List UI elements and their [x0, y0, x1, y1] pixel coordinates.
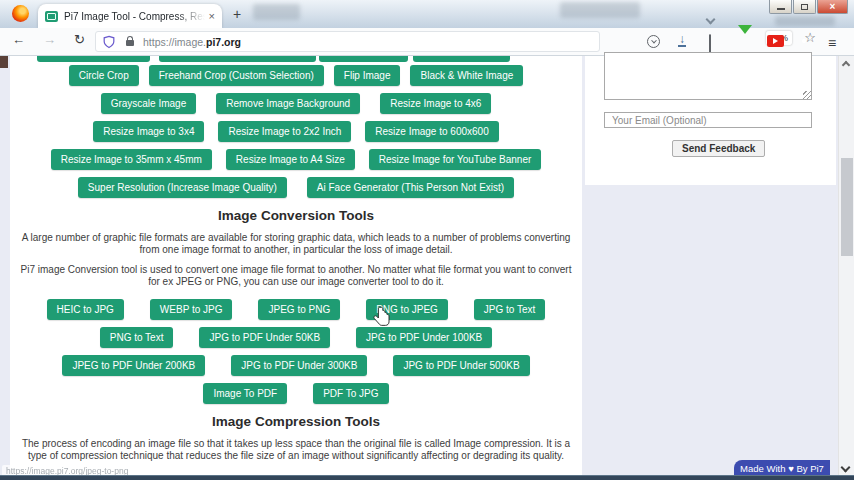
tool-button[interactable]: Resize Image to A4 Size	[226, 149, 355, 170]
scrollbar-thumb[interactable]	[841, 158, 853, 256]
tool-button[interactable]: Super Resolution (Increase Image Quality…	[78, 177, 287, 198]
arrow-head	[738, 25, 752, 51]
feedback-textarea[interactable]	[604, 52, 812, 100]
feedback-panel: Send Feedback	[585, 56, 836, 185]
scroll-up-icon[interactable]	[842, 61, 850, 69]
conversion-paragraph-1: A large number of graphic file formats a…	[20, 232, 572, 255]
conversion-button[interactable]: JPG to PDF Under 50KB	[199, 327, 330, 348]
chevron-down-icon	[706, 15, 716, 25]
hamburger-menu-icon[interactable]: ≡	[828, 36, 836, 50]
address-bar[interactable]: https://image.pi7.org	[95, 31, 600, 52]
new-tab-button[interactable]: +	[233, 6, 241, 22]
conversion-button[interactable]: Image To PDF	[203, 383, 287, 404]
tool-button[interactable]: Resize Image to 3x4	[93, 121, 204, 142]
download-icon[interactable]: ↓	[678, 34, 686, 47]
tool-button-row: Grayscale ImageRemove Image BackgroundRe…	[10, 93, 582, 114]
conversion-button-row: JPEG to PDF Under 200KBJPG to PDF Under …	[10, 355, 582, 376]
conversion-button-row: HEIC to JPGWEBP to JPGJPEG to PNGPNG to …	[10, 299, 582, 320]
youtube-play	[767, 35, 784, 47]
titlebar-artifact	[560, 2, 640, 18]
url-domain: pi7.org	[206, 36, 241, 48]
tool-button[interactable]: Remove Image Background	[216, 93, 360, 114]
tab-favicon-icon	[45, 11, 58, 22]
window-controls: ×	[768, 0, 848, 14]
back-button[interactable]: ←	[12, 32, 25, 47]
conversion-button[interactable]: JPG to PDF Under 500KB	[393, 355, 529, 376]
conversion-button[interactable]: PDF To JPG	[313, 383, 388, 404]
browser-tab[interactable]: Pi7 Image Tool - Compress, Res ×	[38, 4, 222, 28]
tab-close-icon[interactable]: ×	[209, 10, 215, 22]
conversion-button[interactable]: HEIC to JPG	[47, 299, 124, 320]
minimize-icon	[777, 8, 785, 10]
lock-icon[interactable]	[126, 40, 134, 46]
conversion-paragraph-2: Pi7 image Conversion tool is used to con…	[20, 264, 572, 287]
conversion-heading: Image Conversion Tools	[10, 208, 582, 223]
conversion-button[interactable]: JPG to PDF Under 300KB	[231, 355, 367, 376]
conversion-button[interactable]: JPG to Text	[474, 299, 546, 320]
firefox-logo-icon	[12, 5, 29, 22]
downloader-arrow-icon[interactable]	[738, 34, 752, 52]
tool-button-row: Circle CropFreehand Crop (Custom Selecti…	[10, 65, 582, 86]
close-icon: ×	[830, 2, 836, 12]
youtube-icon[interactable]	[767, 35, 784, 47]
tool-button[interactable]: Resize Image to 4x6	[380, 93, 491, 114]
conversion-button-row: PNG to TextJPG to PDF Under 50KBJPG to P…	[10, 327, 582, 348]
tab-title: Pi7 Image Tool - Compress, Res	[64, 11, 205, 22]
bookmark-star-icon[interactable]: ☆	[804, 30, 816, 45]
minimize-button[interactable]	[769, 0, 792, 14]
mouse-cursor-icon	[372, 306, 393, 330]
cropped-tool-button[interactable]	[319, 56, 408, 62]
url-text[interactable]: https://image.pi7.org	[143, 36, 241, 48]
conversion-buttons: HEIC to JPGWEBP to JPGJPEG to PNGPNG to …	[10, 299, 582, 404]
email-field[interactable]	[604, 112, 812, 128]
close-button[interactable]: ×	[817, 0, 848, 14]
tool-button-row: Resize Image to 35mm x 45mmResize Image …	[10, 149, 582, 170]
extension-icon[interactable]	[709, 35, 711, 53]
tool-button[interactable]: Resize Image for YouTube Banner	[369, 149, 542, 170]
edge-artifact	[0, 56, 8, 68]
forward-button[interactable]: →	[43, 32, 56, 47]
textarea-resize-handle-icon[interactable]	[803, 91, 811, 99]
tool-button-row: Super Resolution (Increase Image Quality…	[10, 177, 582, 198]
conversion-button[interactable]: PNG to Text	[100, 327, 174, 348]
pocket-icon[interactable]	[647, 35, 660, 48]
compression-heading: Image Compression Tools	[10, 414, 582, 429]
tool-button[interactable]: Circle Crop	[69, 65, 139, 86]
tool-button[interactable]: Freehand Crop (Custom Selection)	[149, 65, 324, 86]
cropped-tool-button[interactable]	[159, 56, 316, 62]
extension-square	[709, 34, 711, 53]
titlebar-artifact	[253, 4, 300, 20]
cropped-tool-button[interactable]	[37, 56, 150, 62]
send-feedback-button[interactable]: Send Feedback	[672, 140, 765, 157]
conversion-button[interactable]: JPEG to PNG	[258, 299, 340, 320]
compression-paragraph: The process of encoding an image file so…	[20, 438, 572, 461]
cropped-tool-button[interactable]	[413, 56, 510, 62]
url-prefix: https://image.	[143, 36, 206, 48]
tool-button[interactable]: Resize Image to 35mm x 45mm	[51, 149, 212, 170]
page-scrollbar[interactable]	[838, 56, 854, 475]
conversion-button-row: Image To PDFPDF To JPG	[10, 383, 582, 404]
reload-button[interactable]: ↻	[74, 32, 85, 47]
restore-button[interactable]	[793, 0, 816, 14]
conversion-button[interactable]: JPEG to PDF Under 200KB	[62, 355, 205, 376]
restore-icon	[801, 4, 808, 10]
pocket-circle	[647, 35, 660, 48]
tool-button[interactable]: Grayscale Image	[101, 93, 197, 114]
made-with-badge[interactable]: Made With ♥ By Pi7	[734, 460, 830, 476]
conversion-button[interactable]: WEBP to JPG	[150, 299, 233, 320]
tool-button[interactable]: Resize Image to 600x600	[365, 121, 498, 142]
titlebar-artifact	[775, 16, 835, 26]
tool-button[interactable]: Flip Image	[334, 65, 401, 86]
bottom-edge-strip	[0, 475, 854, 480]
tool-button[interactable]: Ai Face Generator (This Person Not Exist…	[307, 177, 514, 198]
conversion-button[interactable]: JPG to PDF Under 100KB	[356, 327, 492, 348]
shield-icon[interactable]	[102, 35, 116, 49]
titlebar: Pi7 Image Tool - Compress, Res × + ×	[0, 0, 854, 28]
tool-button[interactable]: Resize Image to 2x2 Inch	[218, 121, 351, 142]
tool-button-row: Resize Image to 3x4Resize Image to 2x2 I…	[10, 121, 582, 142]
scroll-down-icon[interactable]	[841, 463, 851, 473]
tools-section: Circle CropFreehand Crop (Custom Selecti…	[10, 56, 582, 461]
titlebar-chevron-down-icon[interactable]	[707, 9, 714, 27]
tool-button[interactable]: Black & White Image	[410, 65, 523, 86]
main-content-card: Circle CropFreehand Crop (Custom Selecti…	[10, 56, 582, 475]
